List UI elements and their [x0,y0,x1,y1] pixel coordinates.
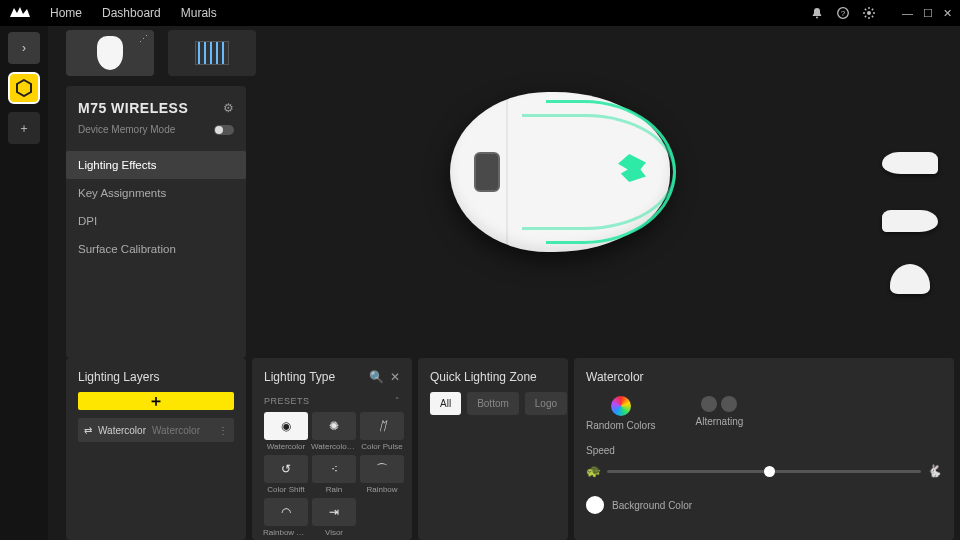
lighting-type-title: Lighting Type [264,370,335,384]
preset-watercolor[interactable]: ◉Watercolor [264,412,308,451]
orient-front[interactable] [879,262,941,296]
svg-marker-12 [17,80,31,96]
zone-logo[interactable]: Logo [525,392,567,415]
device-memory-label: Device Memory Mode [78,124,175,135]
mouse-top-view[interactable] [450,92,670,252]
preset-rain[interactable]: ⁖Rain [312,455,356,494]
layers-title: Lighting Layers [78,370,159,384]
bottom-panels: Lighting Layers ＋ ⇄ Watercolor Watercolo… [48,358,960,540]
random-colors-icon [611,396,631,416]
speed-label: Speed [586,445,942,456]
left-rail: › ＋ [0,26,48,540]
preset-visor[interactable]: ⇥Visor [312,498,356,537]
background-color-swatch[interactable] [586,496,604,514]
nav-home[interactable]: Home [50,6,82,20]
effect-title: Watercolor [586,370,644,384]
preset-rainbow[interactable]: ⌒Rainbow [360,455,404,494]
thumb-mouse[interactable]: ⋰ [66,30,154,76]
option-alternating[interactable]: Alternating [695,396,743,431]
mouse-wheel [474,152,500,192]
preset-color-pulse[interactable]: ᛖColor Pulse [360,412,404,451]
device-viewer [252,86,868,358]
thumb-keypad[interactable] [168,30,256,76]
svg-line-8 [865,9,866,10]
menu-lighting-effects[interactable]: Lighting Effects [66,151,246,179]
random-colors-label: Random Colors [586,420,655,431]
add-layer-button[interactable]: ＋ [78,392,234,410]
window-minimize[interactable]: — [902,7,913,20]
layer-name: Watercolor [98,425,146,436]
rail-device-active[interactable] [8,72,40,104]
orient-side-left[interactable] [879,204,941,238]
option-random-colors[interactable]: Random Colors [586,396,655,431]
presets-label: PRESETS [264,396,310,406]
svg-point-0 [816,17,818,19]
speed-slow-icon: 🐢 [586,464,601,478]
device-thumbnails: ⋰ [48,26,960,78]
speed-slider[interactable]: 🐢 🐇 [586,462,942,480]
svg-line-10 [865,16,866,17]
nav-dashboard[interactable]: Dashboard [102,6,161,20]
device-menu: Lighting Effects Key Assignments DPI Sur… [66,151,246,263]
presets-collapse-icon[interactable]: ˄ [395,396,401,406]
preset-rainbow-wave[interactable]: ◠Rainbow W... [264,498,308,537]
search-icon[interactable]: 🔍 [369,370,384,384]
titlebar-actions: ? — ☐ ✕ [810,6,952,20]
device-settings-icon[interactable]: ⚙ [223,101,234,115]
svg-point-3 [867,11,871,15]
shuffle-icon: ⇄ [84,425,92,436]
zone-bottom[interactable]: Bottom [467,392,519,415]
rail-add[interactable]: ＋ [8,112,40,144]
speed-thumb[interactable] [764,466,775,477]
top-nav: Home Dashboard Murals [50,6,217,20]
svg-line-11 [872,9,873,10]
preset-watercolor-alt[interactable]: ✺Watercolor ... [312,412,356,451]
orient-side-right[interactable] [879,146,941,180]
svg-text:?: ? [841,9,846,18]
wireless-icon: ⋰ [139,34,148,44]
menu-surface-calibration[interactable]: Surface Calibration [66,235,246,263]
preset-grid: ◉Watercolor ✺Watercolor ... ᛖColor Pulse… [264,412,400,537]
panel-quick-zone: Quick Lighting Zone All Bottom Logo [418,358,568,540]
svg-line-9 [872,16,873,17]
device-panel: M75 WIRELESS ⚙ Device Memory Mode Lighti… [66,86,246,358]
notifications-icon[interactable] [810,6,824,20]
alternating-label: Alternating [695,416,743,427]
layer-type: Watercolor [152,425,200,436]
panel-effect-settings: Watercolor Random Colors Alternating Spe… [574,358,954,540]
settings-icon[interactable] [862,6,876,20]
rail-expand[interactable]: › [8,32,40,64]
preset-color-shift[interactable]: ↺Color Shift [264,455,308,494]
panel-lighting-type: Lighting Type 🔍 ✕ PRESETS ˄ ◉Watercolor … [252,358,412,540]
window-maximize[interactable]: ☐ [923,7,933,20]
layer-more-icon[interactable]: ⋮ [218,425,228,436]
panel-lighting-layers: Lighting Layers ＋ ⇄ Watercolor Watercolo… [66,358,246,540]
app-logo [8,3,32,23]
window-close[interactable]: ✕ [943,7,952,20]
device-name: M75 WIRELESS [78,100,188,116]
zone-all[interactable]: All [430,392,461,415]
device-memory-toggle[interactable] [214,125,234,135]
titlebar: Home Dashboard Murals ? — ☐ ✕ [0,0,960,26]
quick-zone-title: Quick Lighting Zone [430,370,537,384]
background-color-label: Background Color [612,500,692,511]
help-icon[interactable]: ? [836,6,850,20]
menu-key-assignments[interactable]: Key Assignments [66,179,246,207]
nav-murals[interactable]: Murals [181,6,217,20]
speed-fast-icon: 🐇 [927,464,942,478]
close-icon[interactable]: ✕ [390,370,400,384]
alternating-icon [701,396,737,412]
orientation-selector [874,86,954,358]
menu-dpi[interactable]: DPI [66,207,246,235]
layer-row[interactable]: ⇄ Watercolor Watercolor ⋮ [78,418,234,442]
